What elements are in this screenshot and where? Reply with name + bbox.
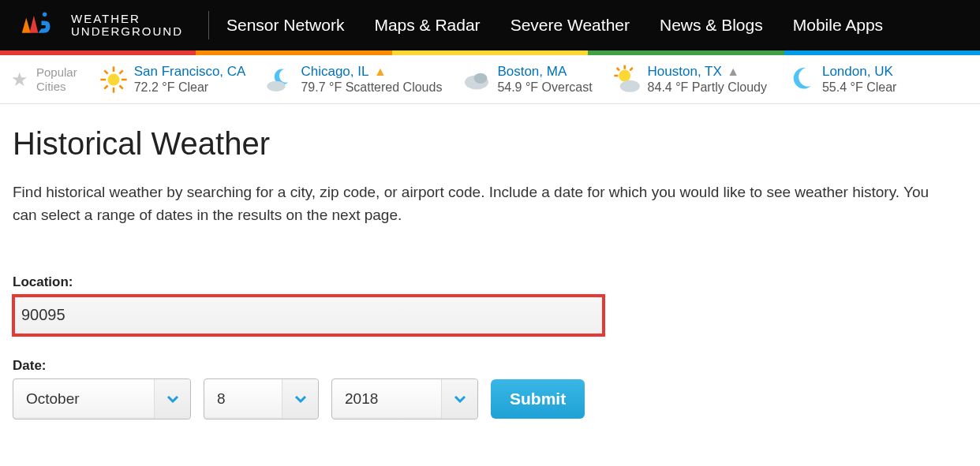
svg-point-12 <box>474 73 488 83</box>
svg-line-16 <box>616 68 619 70</box>
city-london[interactable]: London, UK 55.4 °F Clear <box>778 63 904 95</box>
top-nav: WEATHER UNDERGROUND Sensor Network Maps … <box>0 0 980 50</box>
svg-point-10 <box>267 80 286 91</box>
chevron-down-icon <box>282 379 318 419</box>
city-san-francisco[interactable]: San Francisco, CA 72.2 °F Clear <box>90 63 254 95</box>
city-cond: 72.2 °F Clear <box>134 80 246 95</box>
submit-button[interactable]: Submit <box>491 379 585 419</box>
nav-links: Sensor Network Maps & Radar Severe Weath… <box>215 16 883 35</box>
sun-icon <box>98 64 129 95</box>
svg-line-6 <box>104 70 107 73</box>
location-input[interactable] <box>13 295 604 336</box>
nav-separator <box>208 11 209 39</box>
popular-label-l1: Popular <box>36 65 77 80</box>
city-cond: 79.7 °F Scattered Clouds <box>301 80 442 95</box>
svg-line-9 <box>119 70 122 73</box>
svg-line-7 <box>119 85 122 88</box>
brand-line1: WEATHER <box>71 13 183 26</box>
city-name: San Francisco, CA <box>134 63 246 80</box>
moon-cloud-icon <box>264 64 296 95</box>
star-icon[interactable]: ★ <box>11 69 28 91</box>
nav-maps-radar[interactable]: Maps & Radar <box>374 16 480 35</box>
wu-logo-icon <box>9 8 65 43</box>
page-title: Historical Weather <box>13 126 967 162</box>
month-value: October <box>26 390 80 408</box>
nav-severe-weather[interactable]: Severe Weather <box>511 16 630 35</box>
brand-line2: UNDERGROUND <box>71 25 183 39</box>
city-cond: 54.9 °F Overcast <box>497 80 592 95</box>
svg-line-8 <box>104 85 107 88</box>
svg-point-1 <box>107 73 119 85</box>
warning-icon: ▲ <box>374 65 387 78</box>
city-name: London, UK <box>822 63 896 80</box>
popular-cities-bar: ★ Popular Cities San Francisco, CA 72.2 … <box>0 55 980 104</box>
page-intro: Find historical weather by searching for… <box>13 181 944 227</box>
chevron-down-icon <box>441 379 477 419</box>
brand-stripe <box>0 50 980 55</box>
site-logo[interactable]: WEATHER UNDERGROUND <box>9 8 202 43</box>
year-value: 2018 <box>345 390 378 408</box>
date-label: Date: <box>13 358 967 374</box>
city-name: Boston, MA <box>497 63 592 80</box>
cloud-icon <box>461 64 492 95</box>
nav-mobile-apps[interactable]: Mobile Apps <box>793 16 883 35</box>
moon-icon <box>786 64 817 95</box>
city-name: Chicago, IL <box>301 64 368 79</box>
year-select[interactable]: 2018 <box>331 378 478 419</box>
popular-label: Popular Cities <box>36 65 77 94</box>
svg-line-17 <box>630 68 632 70</box>
popular-label-l2: Cities <box>36 80 77 94</box>
svg-point-13 <box>619 69 630 81</box>
city-cond: 55.4 °F Clear <box>822 80 896 95</box>
warning-icon: ▲ <box>727 65 739 78</box>
main-content: Historical Weather Find historical weath… <box>0 104 980 434</box>
svg-point-0 <box>43 13 47 17</box>
day-value: 8 <box>217 390 226 408</box>
nav-sensor-network[interactable]: Sensor Network <box>226 16 344 35</box>
nav-news-blogs[interactable]: News & Blogs <box>660 16 763 35</box>
location-label: Location: <box>13 274 967 290</box>
city-chicago[interactable]: Chicago, IL ▲ 79.7 °F Scattered Clouds <box>256 63 450 95</box>
city-name: Houston, TX <box>648 64 722 79</box>
brand-text: WEATHER UNDERGROUND <box>71 13 183 39</box>
date-row: October 8 2018 Submit <box>13 378 967 419</box>
svg-point-18 <box>619 80 639 91</box>
day-select[interactable]: 8 <box>204 378 319 419</box>
city-cond: 84.4 °F Partly Cloudy <box>648 80 767 95</box>
city-houston[interactable]: Houston, TX ▲ 84.4 °F Partly Cloudy <box>604 63 775 95</box>
sun-cloud-icon <box>612 64 643 95</box>
city-boston[interactable]: Boston, MA 54.9 °F Overcast <box>453 63 600 95</box>
chevron-down-icon <box>154 379 190 419</box>
month-select[interactable]: October <box>13 378 191 419</box>
